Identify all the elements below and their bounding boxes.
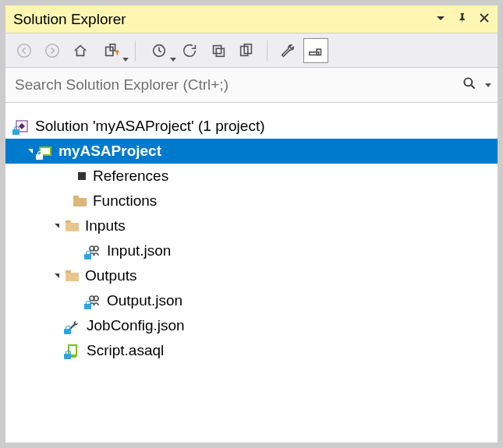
svg-rect-6 (216, 48, 224, 56)
expander-icon[interactable] (24, 145, 37, 157)
references-node[interactable]: References (5, 164, 498, 189)
functions-label: Functions (93, 192, 157, 210)
script-label: Script.asaql (87, 342, 164, 359)
svg-rect-5 (214, 45, 221, 53)
solution-label: Solution 'myASAProject' (1 project) (35, 118, 264, 135)
output-file-node[interactable]: Output.json (5, 288, 498, 313)
expander-icon[interactable] (51, 220, 63, 232)
solution-tree: Solution 'myASAProject' (1 project) myAS… (5, 103, 498, 374)
svg-point-0 (18, 44, 31, 57)
refresh-button[interactable] (178, 38, 203, 63)
jobconfig-label: JobConfig.json (87, 317, 185, 334)
inputs-label: Inputs (85, 217, 126, 235)
sync-view-button[interactable] (96, 38, 127, 63)
project-node[interactable]: myASAProject (5, 139, 498, 164)
functions-folder-node[interactable]: Functions (5, 189, 498, 213)
input-file-label: Input.json (107, 242, 171, 259)
svg-rect-19 (69, 345, 76, 355)
json-file-icon (87, 244, 101, 258)
forward-button[interactable] (40, 38, 65, 63)
home-button[interactable] (68, 38, 93, 63)
separator (135, 41, 136, 61)
svg-point-11 (464, 78, 472, 86)
folder-open-icon (65, 219, 79, 233)
project-icon (38, 144, 52, 158)
show-all-files-button[interactable] (234, 38, 259, 63)
output-file-label: Output.json (107, 292, 182, 309)
window-menu-dropdown-icon[interactable] (432, 12, 449, 27)
solution-icon (15, 119, 29, 133)
script-file-node[interactable]: Script.asaql (5, 338, 498, 363)
project-label: myASAProject (58, 143, 161, 160)
inputs-folder-node[interactable]: Inputs (5, 213, 498, 238)
search-dropdown-icon[interactable] (485, 83, 491, 87)
jobconfig-file-node[interactable]: JobConfig.json (5, 313, 498, 338)
toolbar (5, 34, 498, 68)
chevron-down-icon (170, 58, 176, 62)
references-icon (73, 169, 87, 183)
close-icon[interactable] (476, 12, 493, 27)
search-input[interactable] (15, 76, 462, 93)
folder-open-icon (65, 269, 79, 283)
window-title: Solution Explorer (13, 11, 432, 28)
separator (267, 41, 267, 61)
pending-changes-filter-button[interactable] (143, 38, 175, 63)
window-system-buttons (432, 12, 493, 27)
svg-point-1 (46, 44, 59, 57)
svg-rect-14 (41, 148, 50, 154)
search-icon[interactable] (462, 76, 477, 95)
properties-button[interactable] (275, 38, 300, 63)
expander-icon[interactable] (51, 270, 63, 282)
preview-selected-button[interactable] (303, 38, 328, 63)
json-file-icon (87, 294, 101, 308)
search-bar (5, 68, 498, 103)
chevron-down-icon (122, 58, 129, 62)
folder-icon (73, 194, 87, 208)
back-button[interactable] (12, 38, 37, 63)
script-file-icon (66, 344, 80, 358)
collapse-all-button[interactable] (206, 38, 231, 63)
svg-rect-2 (106, 47, 113, 55)
outputs-folder-node[interactable]: Outputs (5, 263, 498, 288)
config-file-icon (66, 319, 80, 333)
solution-node[interactable]: Solution 'myASAProject' (1 project) (5, 114, 498, 139)
outputs-label: Outputs (85, 267, 137, 284)
pin-icon[interactable] (454, 12, 471, 27)
references-label: References (93, 168, 168, 185)
title-bar: Solution Explorer (5, 5, 498, 34)
input-file-node[interactable]: Input.json (5, 238, 498, 263)
